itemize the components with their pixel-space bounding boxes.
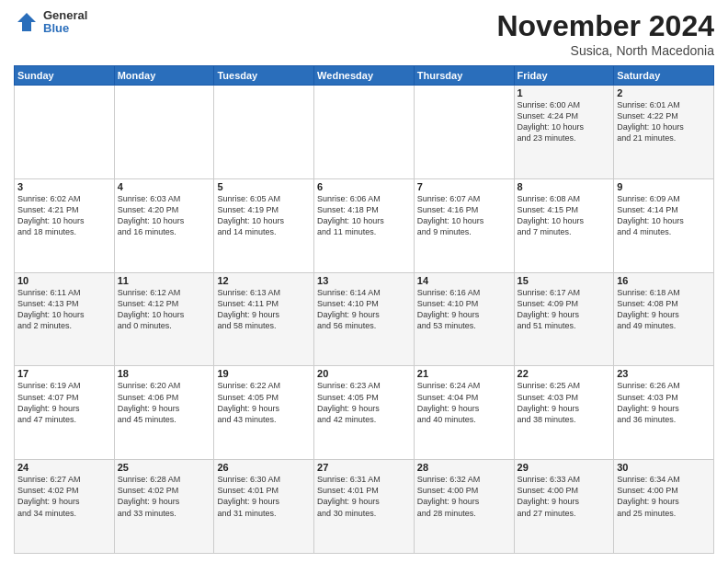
calendar-week-row: 24Sunrise: 6:27 AM Sunset: 4:02 PM Dayli… (15, 460, 714, 554)
day-info: Sunrise: 6:27 AM Sunset: 4:02 PM Dayligh… (17, 474, 111, 519)
day-number: 8 (518, 181, 611, 192)
logo: General Blue (14, 9, 87, 36)
calendar-cell: 1Sunrise: 6:00 AM Sunset: 4:24 PM Daylig… (514, 86, 614, 179)
day-info: Sunrise: 6:16 AM Sunset: 4:10 PM Dayligh… (417, 287, 511, 332)
month-title: November 2024 (496, 9, 714, 43)
day-number: 21 (417, 368, 511, 379)
day-info: Sunrise: 6:12 AM Sunset: 4:12 PM Dayligh… (118, 287, 211, 332)
calendar-cell: 4Sunrise: 6:03 AM Sunset: 4:20 PM Daylig… (114, 178, 214, 272)
day-number: 13 (317, 275, 411, 286)
calendar-cell: 19Sunrise: 6:22 AM Sunset: 4:05 PM Dayli… (214, 366, 314, 460)
day-info: Sunrise: 6:26 AM Sunset: 4:03 PM Dayligh… (617, 380, 711, 425)
calendar-cell: 11Sunrise: 6:12 AM Sunset: 4:12 PM Dayli… (114, 272, 214, 366)
day-number: 1 (518, 87, 611, 98)
calendar-cell: 8Sunrise: 6:08 AM Sunset: 4:15 PM Daylig… (514, 178, 614, 272)
logo-text: General Blue (43, 9, 87, 36)
day-number: 2 (617, 87, 711, 98)
calendar-cell (314, 86, 415, 179)
calendar-cell: 30Sunrise: 6:34 AM Sunset: 4:00 PM Dayli… (614, 460, 714, 554)
calendar-cell (214, 86, 314, 179)
day-info: Sunrise: 6:05 AM Sunset: 4:19 PM Dayligh… (217, 193, 311, 238)
calendar-cell: 18Sunrise: 6:20 AM Sunset: 4:06 PM Dayli… (114, 366, 214, 460)
day-number: 27 (317, 462, 411, 473)
day-info: Sunrise: 6:30 AM Sunset: 4:01 PM Dayligh… (217, 474, 311, 519)
day-number: 14 (417, 275, 511, 286)
calendar-cell: 27Sunrise: 6:31 AM Sunset: 4:01 PM Dayli… (314, 460, 415, 554)
day-info: Sunrise: 6:23 AM Sunset: 4:05 PM Dayligh… (317, 380, 411, 425)
day-number: 15 (518, 275, 611, 286)
header: General Blue November 2024 Susica, North… (14, 9, 714, 58)
weekday-header: Friday (514, 66, 614, 86)
day-number: 17 (17, 368, 111, 379)
day-number: 22 (518, 368, 611, 379)
calendar-cell: 9Sunrise: 6:09 AM Sunset: 4:14 PM Daylig… (614, 178, 714, 272)
day-info: Sunrise: 6:08 AM Sunset: 4:15 PM Dayligh… (518, 193, 611, 238)
day-number: 5 (217, 181, 311, 192)
location-title: Susica, North Macedonia (496, 43, 714, 58)
day-number: 6 (317, 181, 411, 192)
calendar-cell: 28Sunrise: 6:32 AM Sunset: 4:00 PM Dayli… (414, 460, 514, 554)
calendar-week-row: 3Sunrise: 6:02 AM Sunset: 4:21 PM Daylig… (15, 178, 714, 272)
page: General Blue November 2024 Susica, North… (0, 0, 728, 563)
weekday-header: Wednesday (314, 66, 415, 86)
calendar-cell: 21Sunrise: 6:24 AM Sunset: 4:04 PM Dayli… (414, 366, 514, 460)
calendar-week-row: 10Sunrise: 6:11 AM Sunset: 4:13 PM Dayli… (15, 272, 714, 366)
day-info: Sunrise: 6:17 AM Sunset: 4:09 PM Dayligh… (518, 287, 611, 332)
calendar-cell: 26Sunrise: 6:30 AM Sunset: 4:01 PM Dayli… (214, 460, 314, 554)
calendar-cell: 10Sunrise: 6:11 AM Sunset: 4:13 PM Dayli… (15, 272, 115, 366)
calendar-cell: 20Sunrise: 6:23 AM Sunset: 4:05 PM Dayli… (314, 366, 415, 460)
calendar-cell (114, 86, 214, 179)
day-info: Sunrise: 6:24 AM Sunset: 4:04 PM Dayligh… (417, 380, 511, 425)
day-info: Sunrise: 6:18 AM Sunset: 4:08 PM Dayligh… (617, 287, 711, 332)
day-number: 3 (17, 181, 111, 192)
day-info: Sunrise: 6:01 AM Sunset: 4:22 PM Dayligh… (617, 99, 711, 144)
day-number: 11 (118, 275, 211, 286)
calendar-cell: 25Sunrise: 6:28 AM Sunset: 4:02 PM Dayli… (114, 460, 214, 554)
day-info: Sunrise: 6:07 AM Sunset: 4:16 PM Dayligh… (417, 193, 511, 238)
calendar-cell: 14Sunrise: 6:16 AM Sunset: 4:10 PM Dayli… (414, 272, 514, 366)
calendar-cell: 12Sunrise: 6:13 AM Sunset: 4:11 PM Dayli… (214, 272, 314, 366)
day-info: Sunrise: 6:34 AM Sunset: 4:00 PM Dayligh… (617, 474, 711, 519)
weekday-header: Tuesday (214, 66, 314, 86)
day-number: 19 (217, 368, 311, 379)
day-number: 9 (617, 181, 711, 192)
day-info: Sunrise: 6:32 AM Sunset: 4:00 PM Dayligh… (417, 474, 511, 519)
day-info: Sunrise: 6:25 AM Sunset: 4:03 PM Dayligh… (518, 380, 611, 425)
calendar-cell: 23Sunrise: 6:26 AM Sunset: 4:03 PM Dayli… (614, 366, 714, 460)
day-info: Sunrise: 6:03 AM Sunset: 4:20 PM Dayligh… (118, 193, 211, 238)
day-info: Sunrise: 6:31 AM Sunset: 4:01 PM Dayligh… (317, 474, 411, 519)
day-info: Sunrise: 6:13 AM Sunset: 4:11 PM Dayligh… (217, 287, 311, 332)
day-info: Sunrise: 6:02 AM Sunset: 4:21 PM Dayligh… (17, 193, 111, 238)
calendar-cell: 15Sunrise: 6:17 AM Sunset: 4:09 PM Dayli… (514, 272, 614, 366)
day-number: 12 (217, 275, 311, 286)
calendar-cell: 3Sunrise: 6:02 AM Sunset: 4:21 PM Daylig… (15, 178, 115, 272)
title-block: November 2024 Susica, North Macedonia (496, 9, 714, 58)
day-info: Sunrise: 6:14 AM Sunset: 4:10 PM Dayligh… (317, 287, 411, 332)
day-info: Sunrise: 6:28 AM Sunset: 4:02 PM Dayligh… (118, 474, 211, 519)
weekday-header: Thursday (414, 66, 514, 86)
calendar-cell: 24Sunrise: 6:27 AM Sunset: 4:02 PM Dayli… (15, 460, 115, 554)
calendar-cell: 6Sunrise: 6:06 AM Sunset: 4:18 PM Daylig… (314, 178, 415, 272)
day-number: 16 (617, 275, 711, 286)
day-number: 4 (118, 181, 211, 192)
day-number: 23 (617, 368, 711, 379)
calendar-cell: 13Sunrise: 6:14 AM Sunset: 4:10 PM Dayli… (314, 272, 415, 366)
calendar-cell: 22Sunrise: 6:25 AM Sunset: 4:03 PM Dayli… (514, 366, 614, 460)
day-number: 29 (518, 462, 611, 473)
calendar-cell: 5Sunrise: 6:05 AM Sunset: 4:19 PM Daylig… (214, 178, 314, 272)
calendar-week-row: 17Sunrise: 6:19 AM Sunset: 4:07 PM Dayli… (15, 366, 714, 460)
day-number: 25 (118, 462, 211, 473)
logo-icon (14, 9, 40, 35)
day-number: 30 (617, 462, 711, 473)
day-info: Sunrise: 6:22 AM Sunset: 4:05 PM Dayligh… (217, 380, 311, 425)
day-info: Sunrise: 6:09 AM Sunset: 4:14 PM Dayligh… (617, 193, 711, 238)
day-info: Sunrise: 6:20 AM Sunset: 4:06 PM Dayligh… (118, 380, 211, 425)
calendar-cell (15, 86, 115, 179)
weekday-header-row: SundayMondayTuesdayWednesdayThursdayFrid… (15, 66, 714, 86)
day-info: Sunrise: 6:00 AM Sunset: 4:24 PM Dayligh… (518, 99, 611, 144)
day-number: 10 (17, 275, 111, 286)
weekday-header: Monday (114, 66, 214, 86)
day-info: Sunrise: 6:06 AM Sunset: 4:18 PM Dayligh… (317, 193, 411, 238)
calendar-cell (414, 86, 514, 179)
weekday-header: Saturday (614, 66, 714, 86)
